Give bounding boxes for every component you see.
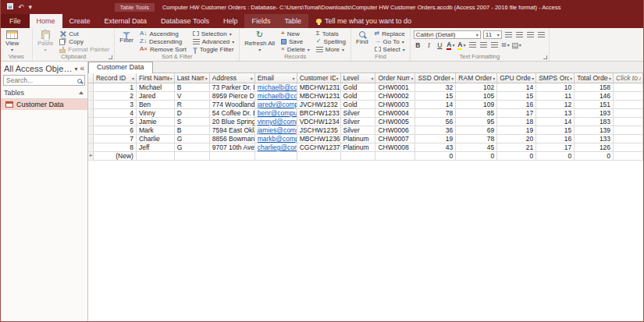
data-cell[interactable]: 5 bbox=[94, 118, 137, 126]
data-cell[interactable]: 109 bbox=[456, 101, 497, 109]
data-cell[interactable]: 7 bbox=[94, 135, 137, 143]
data-cell[interactable]: 54 Coffee Dr. E bbox=[210, 109, 255, 118]
data-cell[interactable]: 774 Woodland bbox=[210, 101, 255, 109]
document-tab-customer-data[interactable]: Customer Data bbox=[88, 62, 153, 73]
italic-button[interactable]: I bbox=[425, 41, 433, 49]
nav-item-customer-data[interactable]: Customer Data bbox=[1, 99, 87, 110]
clipboard-dialog-launcher-icon[interactable] bbox=[109, 55, 112, 59]
data-cell[interactable]: 21 bbox=[497, 143, 536, 152]
record-selector[interactable] bbox=[88, 126, 94, 135]
nav-group-tables[interactable]: Tables bbox=[1, 87, 87, 99]
data-cell[interactable]: Jared bbox=[137, 92, 175, 101]
data-cell[interactable]: CHW0002 bbox=[375, 92, 415, 101]
new-record-cell[interactable]: 0 bbox=[456, 152, 497, 161]
ribbon-tab-fields[interactable]: Fields bbox=[244, 14, 277, 28]
data-cell[interactable]: 78 bbox=[456, 135, 497, 143]
new-record-cell[interactable] bbox=[175, 152, 210, 161]
data-cell[interactable]: 20 bbox=[497, 135, 536, 143]
ribbon-tab-home[interactable]: Home bbox=[30, 14, 62, 28]
new-record-cell[interactable] bbox=[210, 152, 255, 161]
data-cell[interactable]: 6 bbox=[94, 126, 137, 135]
data-cell[interactable]: 16 bbox=[536, 135, 575, 143]
data-cell[interactable]: D bbox=[175, 109, 210, 118]
data-cell[interactable]: 15 bbox=[497, 92, 536, 101]
new-record-cell[interactable] bbox=[341, 152, 376, 161]
decrease-indent-button[interactable] bbox=[526, 30, 535, 39]
data-cell[interactable]: 18 bbox=[497, 118, 536, 126]
data-cell[interactable]: 15 bbox=[415, 92, 456, 101]
data-cell[interactable]: B bbox=[175, 126, 210, 135]
filter-button[interactable]: Filter bbox=[118, 30, 135, 53]
data-cell[interactable]: 16 bbox=[497, 101, 536, 109]
data-cell[interactable]: 8 bbox=[94, 143, 137, 152]
data-cell[interactable] bbox=[614, 143, 643, 152]
record-selector[interactable] bbox=[88, 92, 94, 101]
new-record-cell[interactable]: 0 bbox=[497, 152, 536, 161]
data-cell[interactable]: B bbox=[175, 83, 210, 92]
new-record-cell[interactable] bbox=[255, 152, 297, 161]
new-record-cell[interactable] bbox=[614, 152, 643, 161]
column-header-email[interactable]: Email▾ bbox=[255, 73, 297, 83]
delete-record-button[interactable]: ×Delete▾ bbox=[279, 45, 311, 53]
column-filter-icon[interactable]: ▾ bbox=[609, 76, 611, 81]
data-cell[interactable]: Platinum bbox=[341, 143, 376, 152]
nav-search-input[interactable] bbox=[6, 76, 76, 84]
data-cell[interactable]: 17 bbox=[497, 109, 536, 118]
data-cell[interactable]: Gold bbox=[341, 101, 376, 109]
data-cell[interactable] bbox=[614, 83, 643, 92]
qat-customize-icon[interactable]: ▾ bbox=[29, 4, 33, 11]
column-filter-icon[interactable]: ▾ bbox=[411, 76, 413, 81]
column-header-gpu-ordered[interactable]: GPU Ordered▾ bbox=[497, 73, 536, 83]
record-selector[interactable] bbox=[88, 135, 94, 143]
data-cell[interactable]: S bbox=[175, 118, 210, 126]
data-cell[interactable]: Jamie bbox=[137, 118, 175, 126]
column-header-record-id[interactable]: Record ID▾ bbox=[94, 73, 137, 83]
data-cell[interactable]: 15 bbox=[536, 126, 575, 135]
column-header-ssd-ordered[interactable]: SSD Ordered▾ bbox=[415, 73, 456, 83]
data-cell[interactable]: Platinum bbox=[341, 135, 376, 143]
data-cell[interactable]: 158 bbox=[575, 83, 614, 92]
record-selector[interactable] bbox=[88, 101, 94, 109]
data-cell[interactable]: CGCHW1237 bbox=[297, 143, 341, 152]
data-cell[interactable]: 7594 East Oklal bbox=[210, 126, 255, 135]
data-cell[interactable]: michaelb@cor bbox=[255, 92, 297, 101]
nav-pane-menu-icon[interactable]: ▾ bbox=[74, 65, 77, 73]
data-cell[interactable]: Michael bbox=[137, 83, 175, 92]
undo-icon[interactable]: ↶ bbox=[18, 4, 24, 11]
data-cell[interactable]: Silver bbox=[341, 109, 376, 118]
align-left-button[interactable] bbox=[468, 41, 477, 49]
descending-button[interactable]: Z↓Descending bbox=[138, 37, 188, 45]
find-button[interactable]: Find bbox=[354, 30, 370, 53]
column-header-level[interactable]: Level▾ bbox=[341, 73, 376, 83]
data-cell[interactable]: 19 bbox=[415, 135, 456, 143]
font-size-select[interactable]: 11▾ bbox=[483, 30, 502, 39]
data-cell[interactable]: G bbox=[175, 135, 210, 143]
data-cell[interactable]: 95 bbox=[456, 118, 497, 126]
underline-button[interactable]: U bbox=[436, 41, 444, 49]
new-record-cell[interactable]: 0 bbox=[536, 152, 575, 161]
align-right-button[interactable] bbox=[490, 41, 499, 49]
new-record-cell[interactable] bbox=[297, 152, 341, 161]
new-record-button[interactable]: +New bbox=[279, 30, 311, 37]
data-cell[interactable]: Vinny bbox=[137, 109, 175, 118]
data-cell[interactable]: BRCHW1233 bbox=[297, 109, 341, 118]
data-cell[interactable]: 14 bbox=[415, 101, 456, 109]
column-filter-icon[interactable]: ▾ bbox=[251, 76, 253, 81]
column-header-click-to-add[interactable]: Click to Add bbox=[614, 73, 643, 83]
data-cell[interactable]: CHW0006 bbox=[375, 126, 415, 135]
data-cell[interactable]: 133 bbox=[575, 135, 614, 143]
totals-button[interactable]: ΣTotals bbox=[315, 30, 347, 37]
data-cell[interactable]: 126 bbox=[575, 143, 614, 152]
format-painter-button[interactable]: Format Painter bbox=[58, 45, 111, 53]
data-cell[interactable]: 151 bbox=[575, 101, 614, 109]
data-cell[interactable]: 139 bbox=[575, 126, 614, 135]
record-selector[interactable] bbox=[88, 143, 94, 152]
column-filter-icon[interactable]: ▾ bbox=[205, 76, 208, 81]
data-cell[interactable]: R bbox=[175, 101, 210, 109]
record-selector[interactable] bbox=[88, 83, 94, 92]
data-cell[interactable]: Gold bbox=[341, 92, 376, 101]
spelling-button[interactable]: ✓Spelling bbox=[315, 37, 347, 45]
column-filter-icon[interactable]: ▾ bbox=[371, 76, 373, 81]
data-cell[interactable]: 13 bbox=[536, 109, 575, 118]
toggle-filter-button[interactable]: Toggle Filter bbox=[191, 45, 237, 53]
